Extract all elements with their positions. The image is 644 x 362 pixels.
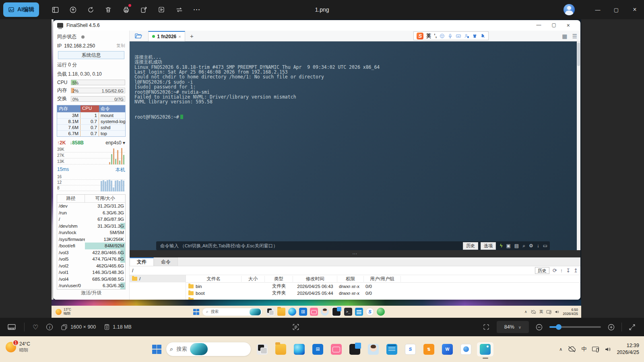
image-viewer-button[interactable]: [480, 344, 491, 355]
sync-app-button[interactable]: [423, 344, 434, 355]
ime-lang-toggle[interactable]: 英: [426, 33, 431, 39]
disk-row[interactable]: /run/user/06.3G/6.3G: [57, 282, 125, 289]
disk-row[interactable]: /dev31.2G/31.2G: [57, 203, 125, 210]
terminal-tab[interactable]: 1 fn2026 ×: [148, 31, 185, 41]
delete-button[interactable]: [99, 1, 117, 19]
options-button[interactable]: 选项: [481, 242, 496, 250]
fullscreen-button[interactable]: [628, 323, 636, 331]
open-connection-icon[interactable]: [134, 33, 142, 39]
notes-app-button[interactable]: [386, 344, 397, 355]
ime-indicator[interactable]: 中: [581, 346, 586, 353]
upload-file-icon[interactable]: ↥: [574, 267, 578, 274]
disk-row[interactable]: /run6.3G/6.3G: [57, 210, 125, 216]
info-button[interactable]: i: [46, 324, 53, 330]
window-maximize-button[interactable]: ▢: [607, 0, 625, 19]
process-table[interactable]: 内存 CPU 命令 3M1mount8.1M0.7systemd-logind7…: [57, 105, 126, 137]
history-button[interactable]: 历史: [463, 242, 478, 250]
disk-row[interactable]: /vol4685.9G/698.5G: [57, 276, 125, 283]
command-input-hint[interactable]: 命令输入 （Ctrl切换,Alt历史,Tab路径/命令,Esc关闭窗口）: [160, 243, 460, 249]
share-upload-button[interactable]: [64, 1, 82, 19]
slideshow-button[interactable]: [153, 1, 170, 19]
sogou-logo-icon[interactable]: S: [417, 33, 423, 39]
zoom-in-button[interactable]: [607, 323, 615, 331]
menu-icon[interactable]: ☰: [572, 33, 577, 39]
parent-dir-icon[interactable]: ↑: [560, 267, 563, 274]
start-button[interactable]: [152, 345, 161, 354]
disk-table[interactable]: 路径 可用/大小 /dev31.2G/31.2G/run6.3G/6.3G/67…: [57, 194, 126, 290]
zoom-level-dropdown[interactable]: 84% ∨: [497, 321, 529, 333]
file-row[interactable]: boot 文件夹 2026/04/25 05:44 drwxr-xr-x 0/0: [186, 290, 580, 296]
taskbar-clock[interactable]: 12:392026/4/25: [617, 342, 639, 356]
disk-row[interactable]: /vol1146.3G/148.3G: [57, 269, 125, 276]
ai-edit-button[interactable]: AI编辑: [3, 2, 39, 17]
panel-splitter-handle[interactable]: ⋯: [130, 250, 580, 257]
ime-punct-toggle[interactable]: ’,: [434, 33, 437, 39]
cast-device-icon[interactable]: [592, 346, 599, 352]
file-table-header[interactable]: 文件名: [186, 276, 242, 282]
zoom-out-button[interactable]: [535, 323, 543, 331]
paste-icon[interactable]: ▤: [514, 243, 519, 249]
hidden-icons-chevron[interactable]: ∧: [559, 347, 562, 352]
system-info-button[interactable]: 系统信息: [58, 51, 124, 59]
export-button[interactable]: [135, 1, 153, 19]
weather-widget[interactable]: 1 24°C晴朗: [6, 341, 30, 353]
bilibili-button[interactable]: [331, 344, 342, 355]
word-button[interactable]: [442, 344, 453, 355]
refresh-icon[interactable]: ⟳: [553, 267, 557, 274]
emoji-icon[interactable]: [440, 33, 445, 39]
tree-root-node[interactable]: /: [130, 275, 186, 282]
window-close-button[interactable]: ×: [625, 0, 644, 19]
disk-row[interactable]: /67.8G/87.9G: [57, 216, 125, 223]
fit-screen-button[interactable]: [482, 323, 490, 331]
file-table-header[interactable]: 类型: [265, 276, 293, 282]
task-view-button[interactable]: [257, 344, 268, 355]
disk-row[interactable]: /vol3422.8G/465.6G: [57, 249, 125, 256]
terminal-scrollbar[interactable]: [577, 41, 580, 257]
microsoft-store-button[interactable]: [312, 344, 323, 355]
activate-upgrade-link[interactable]: 激活/升级: [53, 290, 129, 296]
net-interface-dropdown[interactable]: enp4s0 ▾: [105, 140, 125, 146]
compare-button[interactable]: [170, 1, 188, 19]
zoom-slider[interactable]: [549, 326, 601, 328]
fs-minimize-button[interactable]: —: [536, 22, 541, 29]
print-button[interactable]: [117, 1, 135, 19]
file-table-header[interactable]: 用户/用户组: [364, 276, 401, 282]
onedrive-offline-icon[interactable]: [568, 346, 576, 352]
process-row[interactable]: 7.6M0.7sshd: [57, 124, 125, 130]
file-table-header[interactable]: 权限: [337, 276, 364, 282]
download-file-icon[interactable]: ↧: [566, 267, 570, 274]
edge-browser-button[interactable]: [294, 344, 305, 355]
ocr-button[interactable]: [291, 323, 300, 331]
file-table-header[interactable]: 修改时间: [293, 276, 337, 282]
search-icon[interactable]: ⌕: [522, 243, 525, 249]
keyboard-icon[interactable]: [456, 33, 461, 39]
zoom-slider-thumb[interactable]: [556, 324, 561, 330]
user-avatar[interactable]: [564, 4, 575, 15]
file-table-header[interactable]: 大小: [242, 276, 265, 282]
fs-maximize-button[interactable]: ▢: [551, 22, 556, 29]
skin-icon[interactable]: [472, 33, 477, 39]
file-explorer-button[interactable]: [275, 344, 286, 355]
contact-app-button[interactable]: [368, 344, 379, 355]
copy-icon[interactable]: ▣: [506, 243, 510, 249]
files-tab[interactable]: 文件: [130, 257, 154, 266]
capture-app-button[interactable]: [349, 344, 360, 355]
window-minimize-button[interactable]: —: [588, 0, 607, 19]
filmstrip-toggle-button[interactable]: [7, 323, 16, 331]
disk-row[interactable]: /vol2462G/465.6G: [57, 263, 125, 269]
quick-command-icon[interactable]: ϟ: [500, 243, 502, 249]
disk-row[interactable]: /sys/firmware/efi/ef...13K/256K: [57, 236, 125, 243]
path-history-button[interactable]: 历史: [535, 267, 549, 274]
favorite-button[interactable]: ♡: [33, 323, 38, 331]
blue-browser-button[interactable]: [460, 344, 471, 355]
fs-close-button[interactable]: ×: [567, 22, 570, 29]
file-table[interactable]: 文件名大小类型修改时间权限用户/用户组 bin 文件夹 2026/04/25 0…: [186, 275, 580, 300]
user-dict-icon[interactable]: [464, 33, 469, 39]
directory-tree[interactable]: /: [130, 275, 186, 300]
toggle-panel-button[interactable]: [46, 1, 64, 19]
download-icon[interactable]: ↓: [537, 243, 539, 249]
disk-row[interactable]: /dev/shm31.3G/31.3G: [57, 223, 125, 230]
disk-row[interactable]: /boot/efi84M/92M: [57, 243, 125, 249]
more-button[interactable]: ⋯: [188, 1, 206, 19]
settings-gear-icon[interactable]: ⚙: [529, 243, 533, 249]
